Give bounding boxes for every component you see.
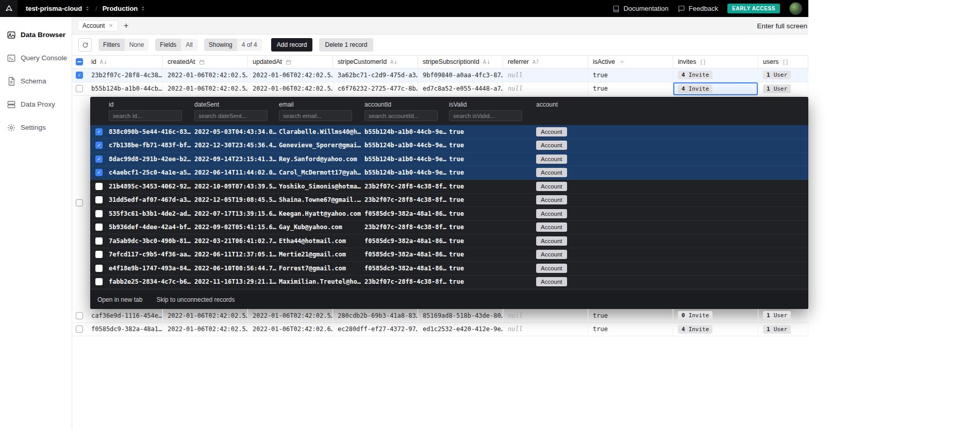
column-header-stripeSubscriptionId[interactable]: stripeSubscriptionId A — [418, 56, 503, 68]
row-checkbox[interactable] — [76, 312, 83, 319]
cell-invites-selected[interactable]: 4Invite — [673, 82, 758, 96]
relation-row-checkbox[interactable] — [95, 278, 103, 285]
cell-stripeCustomerId[interactable]: 3a62bc71-c2d9-475d-a3… — [333, 68, 418, 82]
project-selector[interactable]: test-prisma-cloud — [26, 5, 90, 12]
account-relation-chip[interactable]: Account — [536, 222, 567, 232]
open-in-new-tab-link[interactable]: Open in new tab — [97, 296, 142, 303]
relation-row[interactable]: 838c090b-5e44-416c-83…2022-05-03T04:43:3… — [90, 125, 808, 139]
cell-id[interactable]: caf36e9d-1116-454e… — [87, 309, 163, 322]
column-header-id[interactable]: id A — [87, 56, 163, 68]
relation-row[interactable]: 31dd5edf-af07-467d-a3…2022-12-05T19:08:4… — [90, 194, 808, 208]
account-relation-chip[interactable]: Account — [536, 250, 567, 259]
sort-alpha-icon[interactable]: A — [483, 59, 490, 65]
cell-createdAt[interactable]: 2022-01-06T02:42:02.5… — [163, 323, 248, 336]
cell-id[interactable]: f0585dc9-382a-48a1… — [87, 323, 163, 336]
users-chip[interactable]: 1User — [763, 325, 791, 334]
search-email-input[interactable] — [279, 110, 352, 121]
enter-fullscreen-link[interactable]: Enter full screen — [757, 22, 807, 29]
account-relation-chip[interactable]: Account — [536, 141, 567, 150]
column-header-stripeCustomerId[interactable]: stripeCustomerId A — [333, 56, 418, 68]
sidebar-item-query-console[interactable]: Query Console — [0, 46, 72, 70]
account-relation-chip[interactable]: Account — [536, 168, 567, 177]
select-all-checkbox[interactable] — [76, 58, 83, 65]
close-icon[interactable]: × — [109, 22, 113, 29]
cell-createdAt[interactable]: 2022-01-06T02:42:02.5… — [163, 309, 248, 322]
relation-row-checkbox[interactable] — [95, 169, 103, 176]
cell-users[interactable]: 1User — [758, 323, 808, 336]
relation-row-checkbox[interactable] — [95, 251, 103, 258]
row-checkbox[interactable] — [76, 325, 83, 333]
row-checkbox[interactable] — [76, 85, 83, 92]
account-relation-chip[interactable]: Account — [536, 154, 567, 164]
invites-chip[interactable]: 0Invite — [678, 311, 712, 320]
cell-isActive[interactable]: true — [588, 68, 673, 82]
invites-chip[interactable]: 4Invite — [678, 71, 712, 79]
relation-row-checkbox[interactable] — [95, 142, 103, 149]
account-relation-chip[interactable]: Account — [536, 127, 567, 136]
relation-row-checkbox[interactable] — [95, 156, 103, 163]
cell-users[interactable]: 1User — [758, 309, 808, 322]
cell-isActive[interactable]: true — [588, 82, 673, 96]
sort-alpha-icon[interactable]: A — [390, 59, 397, 65]
environment-selector[interactable]: Production — [103, 5, 146, 12]
search-dateSent-input[interactable] — [194, 110, 268, 121]
showing-control[interactable]: Showing 4 of 4 — [204, 39, 262, 51]
invites-chip[interactable]: 4Invite — [678, 325, 712, 334]
users-chip[interactable]: 1User — [763, 84, 791, 93]
relation-row[interactable]: c7b138be-fb71-483f-bf…2022-12-30T23:45:3… — [90, 139, 808, 153]
cell-updatedAt[interactable]: 2022-01-06T02:42:02.6… — [248, 323, 333, 336]
row-checkbox[interactable] — [76, 199, 83, 207]
cell-stripeCustomerId[interactable]: ec280dff-ef27-4372-97… — [333, 323, 418, 336]
delete-record-button[interactable]: Delete 1 record — [319, 38, 373, 51]
documentation-link[interactable]: Documentation — [612, 5, 668, 12]
relation-row-checkbox[interactable] — [95, 265, 103, 272]
relation-row-checkbox[interactable] — [95, 210, 103, 217]
relation-row-checkbox[interactable] — [95, 223, 103, 231]
column-header-referrer[interactable]: referrer A? — [503, 56, 588, 68]
add-record-button[interactable]: Add record — [271, 38, 313, 51]
tab-account[interactable]: Account × — [77, 20, 118, 31]
table-row[interactable]: b55b124b-a1b0-44cb… 2022-01-06T02:42:02.… — [72, 82, 808, 96]
filters-control[interactable]: Filters None — [98, 39, 148, 51]
account-relation-chip[interactable]: Account — [536, 209, 567, 218]
account-relation-chip[interactable]: Account — [536, 195, 567, 204]
search-accountId-input[interactable] — [364, 110, 438, 121]
cell-referrer[interactable]: null — [503, 82, 588, 96]
users-chip[interactable]: 1User — [763, 311, 791, 320]
cell-referrer[interactable]: null — [503, 323, 588, 336]
cell-invites[interactable]: 4Invite — [673, 323, 758, 336]
relation-row[interactable]: fabb2e25-2834-4c7c-b6…2022-11-16T13:29:2… — [90, 276, 808, 289]
cell-isActive[interactable]: true — [588, 309, 673, 322]
users-chip[interactable]: 1User — [763, 71, 791, 79]
cell-isActive[interactable]: true — [588, 323, 673, 336]
relation-row[interactable]: 7efcd117-c9b5-4f36-aa…2022-06-11T12:37:0… — [90, 248, 808, 262]
cell-invites[interactable]: 4Invite — [673, 68, 758, 82]
fields-control[interactable]: Fields All — [155, 39, 197, 51]
account-relation-chip[interactable]: Account — [536, 236, 567, 246]
cell-createdAt[interactable]: 2022-01-06T02:42:02.5… — [163, 82, 248, 96]
cell-referrer[interactable]: null — [503, 68, 588, 82]
account-relation-chip[interactable]: Account — [536, 264, 567, 273]
column-header-invites[interactable]: invites [] — [673, 56, 758, 68]
relation-row-checkbox[interactable] — [95, 196, 103, 203]
relation-row[interactable]: 5b936def-4dee-42a4-bf…2022-09-02T05:41:1… — [90, 221, 808, 235]
cell-stripeCustomerId[interactable]: c6f76232-2725-477c-8b… — [333, 82, 418, 96]
sidebar-item-settings[interactable]: Settings — [0, 116, 72, 139]
cell-updatedAt[interactable]: 2022-01-06T02:42:02.5… — [248, 309, 333, 322]
prisma-logo[interactable] — [0, 0, 18, 17]
relation-row-checkbox[interactable] — [95, 128, 103, 135]
cell-stripeSubscriptionId[interactable]: 85169ad8-518b-43de-80… — [418, 309, 503, 322]
user-avatar[interactable] — [789, 2, 802, 15]
sidebar-item-data-proxy[interactable]: Data Proxy — [0, 93, 72, 116]
column-header-updatedAt[interactable]: updatedAt — [248, 56, 333, 68]
cell-invites[interactable]: 0Invite — [673, 309, 758, 322]
account-relation-chip[interactable]: Account — [536, 182, 567, 191]
cell-stripeCustomerId[interactable]: 280cdb2b-69b3-41a8-83… — [333, 309, 418, 322]
cell-users[interactable]: 1User — [758, 68, 808, 82]
cell-stripeSubscriptionId[interactable]: ed1c2532-e420-412e-9e… — [418, 323, 503, 336]
cell-updatedAt[interactable]: 2022-01-06T02:42:02.5… — [248, 68, 333, 82]
table-row[interactable]: f0585dc9-382a-48a1… 2022-01-06T02:42:02.… — [72, 323, 808, 337]
relation-row[interactable]: e4f18e9b-1747-493a-84…2022-06-10T00:56:4… — [90, 262, 808, 276]
row-checkbox[interactable] — [76, 72, 83, 79]
cell-createdAt[interactable]: 2022-01-06T02:42:02.5… — [163, 68, 248, 82]
